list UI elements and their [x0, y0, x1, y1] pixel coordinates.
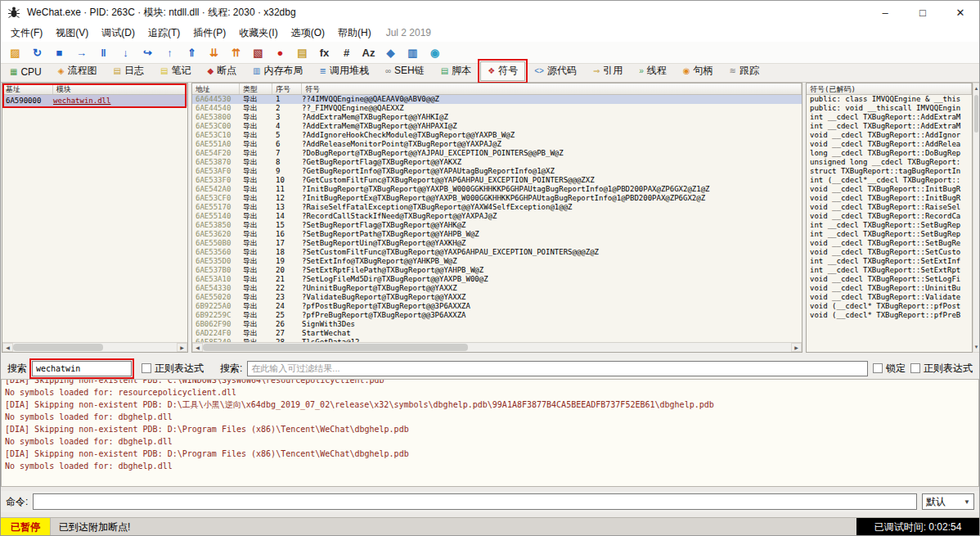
comment-button[interactable]: ▤ — [292, 43, 312, 62]
step-over-button[interactable]: ↪ — [137, 43, 158, 62]
execute-till-return-button[interactable]: ↑ — [160, 43, 180, 62]
pause-button[interactable]: ‖ — [93, 43, 114, 62]
symbol-row[interactable]: 6AE53800 导出 3 ?AddExtraMem@TXBugReport@@… — [192, 113, 802, 122]
tab-memory-map[interactable]: ▥ 内存布局 — [245, 61, 310, 81]
regex-checkbox[interactable] — [142, 363, 151, 373]
scroll-thumb[interactable] — [203, 344, 468, 351]
symbol-row[interactable]: 6AD224F0 导出 27 StartWechat — [192, 329, 802, 338]
symbol-row[interactable]: 6AE54330 导出 22 ?UninitBugReport@TXBugRep… — [192, 284, 802, 293]
modules-hscrollbar[interactable]: ◀ ▶ — [2, 342, 187, 352]
tab-breakpoints[interactable]: ◆ 断点 — [200, 61, 244, 81]
symbol-row[interactable]: 6AE55020 导出 23 ?ValidateBugReport@TXBugR… — [192, 293, 802, 302]
symbol-row[interactable]: 6AE550B0 导出 17 ?SetBugReportUin@TXBugRep… — [192, 239, 802, 248]
tab-references[interactable]: ⇒ 引用 — [586, 61, 630, 81]
symbol-row[interactable]: 6AE53C10 导出 5 ?AddIgnoreHookCheckModule@… — [192, 131, 802, 140]
symbol-type: 导出 — [240, 194, 272, 203]
menu-item[interactable]: 收藏夹(I) — [232, 25, 284, 42]
scroll-thumb[interactable] — [13, 344, 103, 351]
symbol-row[interactable]: 6AE53CF0 导出 12 ?InitBugReportEx@TXBugRep… — [192, 194, 802, 203]
tab-symbols[interactable]: ❖ 符号 — [480, 61, 525, 81]
symbol-row[interactable]: 6AE535D0 导出 19 ?SetExtInfo@TXBugReport@@… — [192, 257, 802, 266]
symbols-hscrollbar[interactable]: ◀ ▶ — [192, 342, 802, 352]
trace-into-button[interactable]: ⇊ — [204, 43, 224, 62]
symbol-row[interactable]: 6AE54F20 导出 7 ?DoBugReport@TXBugReport@@… — [192, 149, 802, 158]
command-input[interactable] — [33, 493, 917, 510]
tab-label: 引用 — [603, 64, 623, 78]
module-row[interactable]: 6A590000 wechatwin.dll — [2, 95, 187, 106]
symbol-row[interactable]: 6AE537B0 导出 20 ?SetExtRptFilePath@TXBugR… — [192, 266, 802, 275]
scroll-down-icon[interactable]: ▼ — [973, 342, 979, 352]
tab-call-stack[interactable]: ≣ 调用堆栈 — [312, 61, 376, 81]
symbol-filter-input[interactable] — [247, 361, 868, 376]
regex-checkbox-2[interactable] — [910, 363, 920, 373]
scroll-left-icon[interactable]: ◀ — [2, 343, 13, 352]
maximize-button[interactable]: □ — [904, 1, 942, 24]
scroll-up-icon[interactable]: ▲ — [973, 83, 979, 93]
symbol-address: 6AE54330 — [192, 284, 240, 293]
graph-button[interactable]: ◆ — [380, 43, 401, 62]
breakpoint-button[interactable]: ● — [270, 43, 290, 62]
scroll-thumb[interactable] — [974, 95, 978, 133]
tab-cpu[interactable]: ▦ CPU — [2, 64, 49, 81]
tab-handles[interactable]: ◉ 句柄 — [676, 61, 721, 81]
run-button[interactable]: → — [71, 43, 92, 62]
scroll-right-icon[interactable]: ▶ — [177, 343, 187, 352]
symbol-row[interactable]: 6AE53A10 导出 21 ?SetLogFileMd5Dir@TXBugRe… — [192, 275, 802, 284]
symbol-row[interactable]: 6AE551A0 导出 6 ?AddReleaseMonitorPoint@TX… — [192, 140, 802, 149]
symbol-ordinal: 22 — [272, 284, 302, 293]
hash-button[interactable]: # — [336, 43, 357, 62]
tab-log[interactable]: ▤ 日志 — [106, 61, 151, 81]
menu-item[interactable]: 文件(F) — [4, 25, 49, 42]
menu-item[interactable]: 调试(D) — [95, 25, 142, 42]
function-button[interactable]: fx — [314, 43, 335, 62]
trace-over-button[interactable]: ⇈ — [226, 43, 246, 62]
symbol-row[interactable]: 6AE533F0 导出 10 ?GetCustomFiltFunc@TXBugR… — [192, 176, 802, 185]
module-search-input[interactable] — [32, 361, 132, 376]
tab-source[interactable]: <> 源代码 — [527, 61, 584, 81]
symbol-row[interactable]: 6AE53850 导出 15 ?SetBugReportFlag@TXBugRe… — [192, 221, 802, 230]
symbol-row[interactable]: 6A644530 导出 1 ??4IMVQQEngine@@QAEAAV0@AB… — [192, 95, 802, 104]
symbol-row[interactable]: 6AE55170 导出 13 ?RaiseSelfFatalException@… — [192, 203, 802, 212]
symbol-row[interactable]: 6AE53C00 导出 4 ?AddExtraMem@TXBugReport@@… — [192, 122, 802, 131]
symbol-row[interactable]: 6AE53AF0 导出 9 ?GetBugReportInfo@TXBugRep… — [192, 167, 802, 176]
tab-notes[interactable]: ▤ 笔记 — [153, 61, 198, 81]
tab-trace[interactable]: ≋ 跟踪 — [722, 61, 766, 81]
step-into-button[interactable]: ↓ — [115, 43, 136, 62]
symbol-type: 导出 — [240, 302, 272, 311]
scroll-right-icon[interactable]: ▶ — [791, 343, 802, 352]
menu-item[interactable]: 插件(P) — [187, 25, 232, 42]
symbol-row[interactable]: 6AE53620 导出 16 ?SetBugReportPath@TXBugRe… — [192, 230, 802, 239]
tab-threads[interactable]: » 线程 — [632, 61, 674, 81]
menu-item[interactable]: 视图(V) — [49, 25, 95, 42]
run-to-user-code-button[interactable]: ⇑ — [182, 43, 202, 62]
stop-button[interactable]: ■ — [49, 43, 70, 62]
scroll-left-icon[interactable]: ◀ — [192, 343, 203, 352]
memory-map-button[interactable]: ▥ — [402, 43, 423, 62]
tab-graph[interactable]: ◈ 流程图 — [51, 61, 105, 81]
menu-item[interactable]: 追踪(T) — [142, 25, 187, 42]
symbol-row[interactable]: 6AE542A0 导出 11 ?InitBugReport@TXBugRepor… — [192, 185, 802, 194]
preferences-button[interactable]: ◉ — [425, 43, 445, 62]
patches-button[interactable]: ▧ — [248, 43, 268, 62]
minimize-button[interactable]: – — [866, 1, 904, 24]
menu-item[interactable]: 选项(O) — [285, 25, 331, 42]
open-file-button[interactable]: ▨ — [5, 43, 25, 62]
symbol-row[interactable]: 6B9225A0 导出 24 ?pfPostBugReport@TXBugRep… — [192, 302, 802, 311]
symbol-row[interactable]: 6AE44540 导出 2 ??_FIMVQQEngine@@QAEXXZ — [192, 104, 802, 113]
symbol-row[interactable]: 6AE53870 导出 8 ?GetBugReportFlag@TXBugRep… — [192, 158, 802, 167]
symbol-row[interactable]: 6AE53560 导出 18 ?SetCustomFiltFunc@TXBugR… — [192, 248, 802, 257]
lock-checkbox[interactable] — [873, 363, 883, 373]
menu-item[interactable]: 帮助(H) — [331, 25, 378, 42]
strings-button[interactable]: Az — [358, 43, 379, 62]
symbol-row[interactable]: 6B062F90 导出 26 SignWith3Des — [192, 320, 802, 329]
command-profile-select[interactable]: 默认 ▼ — [922, 493, 974, 510]
symbol-row[interactable]: 6B92259C 导出 25 ?pfPreBugReport@TXBugRepo… — [192, 311, 802, 320]
close-button[interactable]: ✕ — [942, 1, 979, 24]
symbols-header-ord: 序号 — [272, 83, 302, 94]
tab-script[interactable]: ▤ 脚本 — [434, 61, 479, 81]
symbol-row[interactable]: 6AE55140 导出 14 ?RecordCallStackIfNeed@TX… — [192, 212, 802, 221]
symbols-vscrollbar[interactable]: ▲ ▼ — [973, 83, 980, 353]
tab-label: 断点 — [217, 64, 236, 78]
tab-seh[interactable]: ∞ SEH链 — [378, 61, 432, 81]
restart-button[interactable]: ↻ — [27, 43, 47, 62]
